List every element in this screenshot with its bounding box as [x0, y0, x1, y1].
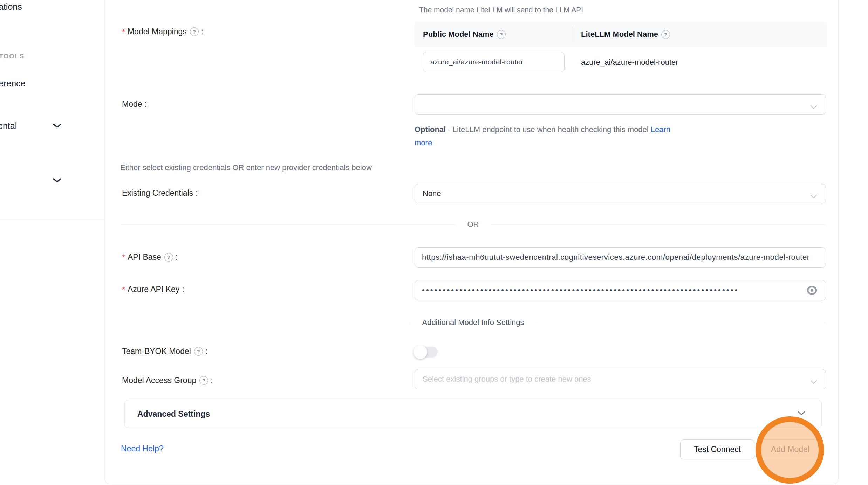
existing-credentials-select[interactable]: None — [415, 184, 826, 203]
api-base-label-row: * API Base ? : — [122, 252, 178, 262]
test-connect-button-label: Test Connect — [694, 445, 741, 454]
model-access-group-select[interactable]: Select existing groups or type to create… — [415, 369, 826, 389]
sidebar-divider — [0, 219, 104, 220]
model-mappings-table: Public Model Name ? LiteLLM Model Name ? — [415, 22, 827, 47]
help-icon[interactable]: ? — [661, 30, 670, 39]
learn-more-link-line2[interactable]: more — [415, 136, 432, 150]
or-divider: OR — [120, 220, 826, 229]
azure-api-key-label-row: * Azure API Key : — [122, 285, 184, 294]
eye-icon[interactable] — [806, 286, 818, 295]
credentials-note: Either select existing credentials OR en… — [120, 163, 372, 172]
azure-api-key-label: Azure API Key — [128, 285, 179, 294]
table-column-divider — [572, 27, 572, 42]
model-access-group-label: Model Access Group — [122, 376, 196, 385]
chevron-down-icon — [810, 192, 817, 196]
sidebar-section-tools: TOOLS — [0, 53, 25, 60]
or-divider-text: OR — [467, 220, 479, 229]
public-model-name-header-text: Public Model Name — [423, 30, 494, 39]
chevron-down-icon — [810, 377, 817, 381]
public-model-name-header: Public Model Name ? — [423, 22, 506, 47]
team-byok-label-row: Team-BYOK Model ? : — [122, 347, 207, 356]
sidebar-item-6[interactable]: s — [0, 175, 0, 185]
mode-help-bold: Optional — [415, 125, 446, 134]
label-colon: : — [211, 376, 213, 385]
litellm-model-name-header: LiteLLM Model Name ? — [581, 22, 670, 47]
additional-info-divider: Additional Model Info Settings — [120, 318, 826, 327]
sidebar-item-organizations[interactable]: ations — [0, 2, 22, 12]
required-asterisk: * — [122, 28, 125, 37]
mode-help-rest: - LiteLLM endpoint to use when health ch… — [446, 125, 651, 134]
existing-credentials-label: Existing Credentials — [122, 188, 193, 198]
label-colon: : — [205, 347, 207, 356]
divider-line — [120, 224, 456, 225]
azure-api-key-masked-value: ••••••••••••••••••••••••••••••••••••••••… — [422, 286, 737, 295]
sidebar-item-reference[interactable]: erence — [0, 78, 25, 89]
model-name-help-text: The model name LiteLLM will send to the … — [419, 6, 583, 14]
mode-select[interactable] — [415, 94, 826, 115]
label-colon: : — [201, 27, 203, 36]
chevron-down-icon[interactable] — [53, 123, 62, 129]
test-connect-button[interactable]: Test Connect — [680, 439, 754, 459]
help-icon[interactable]: ? — [194, 347, 203, 356]
model-mappings-table-header: Public Model Name ? LiteLLM Model Name ? — [415, 22, 827, 47]
sidebar-item-2[interactable]: s — [0, 24, 0, 34]
chevron-down-icon — [797, 411, 806, 417]
model-mappings-label: Model Mappings — [128, 27, 187, 36]
litellm-model-name-value: azure_ai/azure-model-router — [581, 53, 678, 72]
help-icon[interactable]: ? — [497, 30, 506, 39]
label-colon: : — [196, 188, 198, 198]
team-byok-toggle[interactable] — [415, 347, 438, 358]
model-mappings-label-row: * Model Mappings ? : — [122, 27, 203, 36]
required-asterisk: * — [122, 253, 125, 263]
divider-line — [536, 323, 826, 323]
api-base-value: https://ishaa-mh6uutut-swedencentral.cog… — [422, 253, 810, 262]
existing-credentials-value: None — [423, 189, 441, 198]
sidebar-item-experimental[interactable]: ental — [0, 121, 17, 131]
additional-info-divider-text: Additional Model Info Settings — [422, 318, 524, 327]
litellm-model-name-header-text: LiteLLM Model Name — [581, 30, 658, 39]
mode-label: Mode — [122, 99, 142, 109]
toggle-knob — [414, 345, 427, 359]
click-annotation-circle — [756, 416, 824, 484]
label-colon: : — [145, 99, 147, 109]
learn-more-link-text[interactable]: more — [415, 138, 432, 147]
team-byok-label: Team-BYOK Model — [122, 347, 191, 356]
divider-line — [491, 224, 826, 225]
api-base-input[interactable]: https://ishaa-mh6uutut-swedencentral.cog… — [415, 247, 826, 268]
mode-label-row: Mode : — [122, 99, 147, 109]
need-help-link[interactable]: Need Help? — [121, 444, 163, 453]
mode-help-text: Optional - LiteLLM endpoint to use when … — [415, 123, 670, 136]
help-icon[interactable]: ? — [164, 253, 173, 262]
existing-credentials-label-row: Existing Credentials : — [122, 188, 198, 198]
advanced-settings-panel[interactable]: Advanced Settings — [124, 400, 822, 428]
api-base-label: API Base — [128, 252, 161, 262]
public-model-name-input[interactable]: azure_ai/azure-model-router — [423, 52, 565, 72]
chevron-down-icon[interactable] — [53, 178, 62, 183]
chevron-down-icon — [810, 102, 817, 106]
model-access-group-label-row: Model Access Group ? : — [122, 376, 213, 385]
label-colon: : — [176, 252, 178, 262]
learn-more-link[interactable]: Learn — [651, 125, 670, 134]
help-icon[interactable]: ? — [190, 27, 199, 36]
required-asterisk: * — [122, 285, 125, 295]
model-access-group-placeholder: Select existing groups or type to create… — [423, 375, 591, 384]
azure-api-key-input[interactable]: ••••••••••••••••••••••••••••••••••••••••… — [415, 280, 826, 300]
advanced-settings-title: Advanced Settings — [137, 409, 797, 419]
divider-line — [120, 323, 410, 323]
help-icon[interactable]: ? — [199, 376, 208, 385]
label-colon: : — [182, 285, 184, 294]
